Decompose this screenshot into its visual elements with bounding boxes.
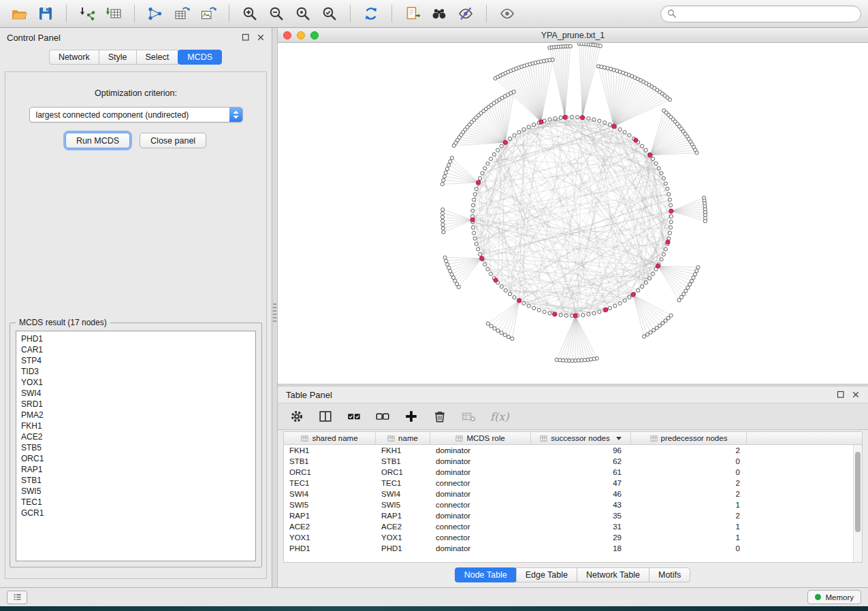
tab-node-table[interactable]: Node Table <box>455 567 517 582</box>
mcds-result-item[interactable]: RAP1 <box>16 464 255 475</box>
table-row[interactable]: SWI5SWI5connector431 <box>284 499 862 510</box>
tab-network[interactable]: Network <box>49 50 99 65</box>
column-header-name[interactable]: name <box>376 432 430 444</box>
mcds-result-item[interactable]: TID3 <box>16 366 255 377</box>
cell-predecessor-nodes: 2 <box>631 446 747 455</box>
mcds-result-item[interactable]: CAR1 <box>16 344 255 355</box>
column-label: name <box>398 434 418 442</box>
column-header-mcds-role[interactable]: MCDS role <box>430 432 531 444</box>
column-header-successor-nodes[interactable]: successor nodes <box>531 432 631 444</box>
tab-select[interactable]: Select <box>136 50 179 65</box>
import-table-button[interactable] <box>101 3 126 24</box>
import-network-button[interactable] <box>75 3 99 24</box>
network-view-window: YPA_prune.txt_1 <box>278 28 868 384</box>
mcds-result-item[interactable]: STP4 <box>16 355 255 366</box>
run-mcds-button[interactable]: Run MCDS <box>65 133 130 148</box>
settings-gear-icon <box>289 409 304 424</box>
table-scrollbar[interactable] <box>853 445 862 562</box>
mcds-result-item[interactable]: PHD1 <box>16 333 255 344</box>
settings-gear-button[interactable] <box>286 406 308 427</box>
delete-rows-button[interactable] <box>429 406 451 427</box>
columns-button[interactable] <box>315 406 336 427</box>
mcds-result-item[interactable]: FKH1 <box>16 420 255 431</box>
network-graph[interactable] <box>278 43 868 384</box>
mcds-result-item[interactable]: SWI4 <box>16 388 255 399</box>
refresh-button[interactable] <box>359 3 383 24</box>
search-input[interactable] <box>681 9 854 18</box>
vertical-splitter[interactable] <box>272 28 278 587</box>
open-button[interactable] <box>7 3 31 24</box>
clear-table-button[interactable] <box>457 406 479 427</box>
cell-mcds-role: dominator <box>430 490 531 498</box>
select-all-button[interactable] <box>343 406 365 427</box>
table-row[interactable]: RAP1RAP1dominator352 <box>284 510 862 521</box>
window-zoom-button[interactable] <box>310 31 319 39</box>
hide-icon <box>457 5 474 22</box>
tab-motifs[interactable]: Motifs <box>649 567 690 582</box>
search-neighbors-button[interactable] <box>427 3 451 24</box>
table-row[interactable]: ACE2ACE2connector311 <box>284 521 862 532</box>
mcds-result-item[interactable]: YOX1 <box>16 377 255 388</box>
column-header-shared-name[interactable]: shared name <box>284 432 376 444</box>
copy-style-button[interactable] <box>400 3 425 24</box>
mcds-result-item[interactable]: SWI5 <box>16 486 255 497</box>
search-box[interactable] <box>660 5 861 22</box>
mini-grid-icon <box>540 435 547 442</box>
hide-button[interactable] <box>453 3 478 24</box>
memory-button[interactable]: Memory <box>807 590 861 604</box>
zoom-fit-button[interactable] <box>291 3 315 24</box>
new-network-button[interactable] <box>143 3 167 24</box>
add-row-button[interactable] <box>400 406 422 427</box>
mcds-result-item[interactable]: ORC1 <box>16 453 255 464</box>
close-table-panel-icon[interactable] <box>852 391 860 399</box>
table-row[interactable]: STB1STB1dominator620 <box>284 456 862 467</box>
window-close-button[interactable] <box>283 31 291 39</box>
criterion-select[interactable]: largest connected component (undirected) <box>29 107 243 122</box>
float-panel-icon[interactable] <box>242 33 250 42</box>
mcds-result-item[interactable]: ACE2 <box>16 431 255 442</box>
table-row[interactable]: ORC1ORC1dominator610 <box>284 467 862 478</box>
table-row[interactable]: FKH1FKH1dominator962 <box>284 445 862 456</box>
cell-predecessor-nodes: 0 <box>631 544 747 552</box>
taskbar-button[interactable] <box>7 591 27 604</box>
table-row[interactable]: SWI4SWI4dominator462 <box>284 489 862 499</box>
scrollbar-thumb[interactable] <box>855 452 861 532</box>
network-canvas[interactable] <box>278 43 868 384</box>
table-row[interactable]: YOX1YOX1connector291 <box>284 532 862 543</box>
mcds-result-item[interactable]: STB5 <box>16 442 255 453</box>
show-eye-button[interactable] <box>495 3 519 24</box>
toolbar-icons <box>7 3 519 24</box>
mcds-result-item[interactable]: GCR1 <box>16 508 255 518</box>
cell-mcds-role: dominator <box>430 446 531 455</box>
zoom-out-button[interactable] <box>264 3 289 24</box>
column-label: successor nodes <box>551 434 609 442</box>
toolbar-separator <box>134 5 135 22</box>
mcds-result-item[interactable]: PMA2 <box>16 410 255 420</box>
export-image-button[interactable] <box>196 3 221 24</box>
window-minimize-button[interactable] <box>297 31 305 39</box>
tab-style[interactable]: Style <box>99 50 137 65</box>
table-row[interactable]: TEC1TEC1connector472 <box>284 478 862 489</box>
mcds-result-list[interactable]: PHD1CAR1STP4TID3YOX1SWI4SRD1PMA2FKH1ACE2… <box>16 331 256 561</box>
column-header-predecessor-nodes[interactable]: predecessor nodes <box>631 432 747 444</box>
table-row[interactable]: PHD1PHD1dominator180 <box>284 543 862 554</box>
mcds-result-item[interactable]: STB1 <box>16 475 255 486</box>
zoom-in-button[interactable] <box>238 3 262 24</box>
cell-shared-name: SWI5 <box>284 501 376 509</box>
cell-successor-nodes: 47 <box>531 479 631 487</box>
tab-edge-table[interactable]: Edge Table <box>516 567 577 582</box>
close-panel-button[interactable]: Close panel <box>140 133 206 148</box>
tab-mcds[interactable]: MCDS <box>178 50 222 65</box>
sort-indicator-icon[interactable] <box>616 437 622 440</box>
mcds-result-item[interactable]: SRD1 <box>16 399 255 410</box>
save-button[interactable] <box>33 3 58 24</box>
mcds-result-item[interactable]: TEC1 <box>16 497 255 508</box>
function-builder-button[interactable]: f(x) <box>490 410 509 423</box>
float-table-panel-icon[interactable] <box>837 391 845 399</box>
deselect-all-button[interactable] <box>372 406 393 427</box>
clone-network-button[interactable] <box>170 3 194 24</box>
zoom-selected-button[interactable] <box>317 3 342 24</box>
tab-network-table[interactable]: Network Table <box>577 567 649 582</box>
close-panel-icon[interactable] <box>257 33 265 42</box>
cell-name: STB1 <box>376 457 430 465</box>
